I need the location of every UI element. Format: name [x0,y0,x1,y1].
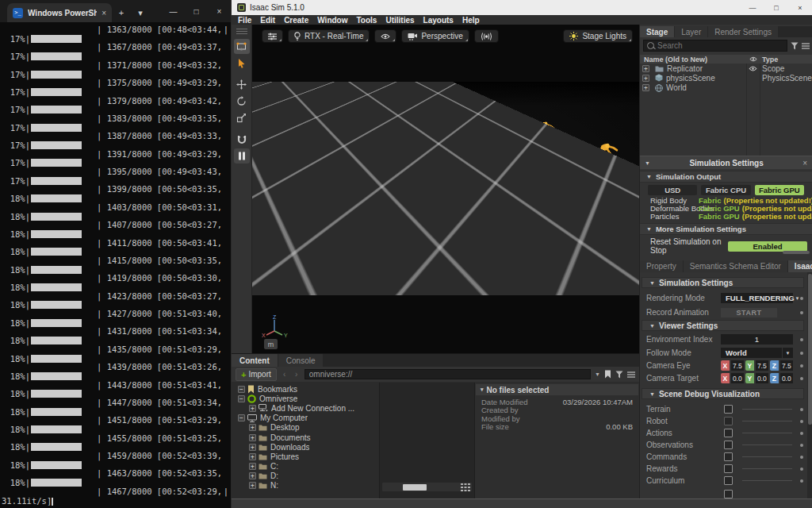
grid-view-icon[interactable] [461,483,470,491]
menu-window[interactable]: Window [317,16,347,25]
record-start-button[interactable]: START [721,308,777,318]
collapse-icon[interactable]: ▼ [645,160,650,166]
expand-icon[interactable]: + [249,444,256,451]
expand-icon[interactable]: − [238,386,245,393]
tree-item-add-new-connection-[interactable]: +Add New Connection ... [232,403,379,413]
camera-eye-x[interactable]: 7.5 [731,360,744,371]
camera-target-x[interactable]: 0.0 [731,373,744,383]
capture-button[interactable] [474,29,499,43]
address-input[interactable] [305,370,590,379]
tree-item-n-[interactable]: +N: [232,481,379,491]
menu-utilities[interactable]: Utilities [385,16,414,25]
menu-file[interactable]: File [238,16,251,25]
menu-layouts[interactable]: Layouts [423,16,454,25]
expand-icon[interactable]: + [249,463,256,470]
tree-item-d-[interactable]: +D: [232,471,379,481]
scale-tool[interactable] [234,110,250,125]
terminal-tab[interactable]: >_ Windows PowerShell × [7,3,112,22]
minimize-button[interactable]: — [741,0,764,15]
simulation-settings-header[interactable]: ▼ Simulation Settings × [640,156,812,169]
filter-icon[interactable] [791,42,799,50]
options-menu-icon[interactable] [802,43,810,49]
default-indicator[interactable] [800,352,803,355]
maximize-button[interactable]: □ [764,0,788,15]
scrollbar-handle[interactable] [403,484,427,491]
expand-icon[interactable]: + [642,75,649,82]
forward-button[interactable]: › [293,370,301,379]
visibility-button[interactable] [374,29,396,43]
environment-index-field[interactable]: 1 [721,334,793,344]
default-indicator[interactable] [800,468,803,471]
menu-edit[interactable]: Edit [260,16,275,25]
tree-item-downloads[interactable]: +Downloads [232,442,379,452]
camera-eye-z[interactable]: 7.5 [780,360,793,371]
tree-item-my-computer[interactable]: −My Computer [232,414,379,423]
terminal-output[interactable]: | 1363/8000 [00:48<03:44,|17%|| 1367/800… [0,22,231,506]
tab-stage[interactable]: Stage [640,26,674,37]
bookmark-icon[interactable] [604,370,611,379]
close-button[interactable]: × [788,0,812,15]
rendering-mode-dropdown[interactable]: FULL_RENDERING ▼ [721,293,793,303]
expand-icon[interactable]: − [238,414,245,421]
default-indicator[interactable] [800,408,803,411]
default-indicator[interactable] [800,364,803,368]
back-button[interactable]: ‹ [281,370,289,379]
tree-item-bookmarks[interactable]: −Bookmarks [232,384,379,394]
chevron-down-icon[interactable]: ▼ [595,371,600,377]
stage-row-world[interactable]: +World [640,83,812,93]
viewport-options-button[interactable] [262,29,283,43]
visibility-toggle[interactable] [746,66,760,71]
more-simulation-settings-section[interactable]: ▼ More Simulation Settings [640,223,812,235]
tab-layer[interactable]: Layer [675,26,707,37]
stage-search-box[interactable] [643,40,787,52]
tree-item-omniverse[interactable]: −Omniverse [232,394,379,403]
debug-checkbox[interactable] [724,429,733,437]
expand-icon[interactable]: + [249,424,256,431]
default-indicator[interactable] [800,479,803,483]
horizontal-scrollbar[interactable] [382,483,472,491]
cursor-tool[interactable] [234,56,250,71]
tree-item-c-[interactable]: +C: [232,462,379,471]
minimize-button[interactable]: — [162,0,185,22]
tree-item-pictures[interactable]: +Pictures [232,452,379,461]
default-indicator[interactable] [800,297,803,300]
expand-icon[interactable]: + [249,453,256,460]
scene-debug-section[interactable]: ▼ Scene Debug Visualization [642,388,804,399]
fabric-button-fabric-cpu[interactable]: Fabric CPU [701,185,750,195]
fabric-button-fabric-gpu[interactable]: Fabric GPU [755,185,804,195]
tab-semantics-schema-editor[interactable]: Semantics Schema Editor [684,260,787,272]
menu-create[interactable]: Create [284,16,308,25]
search-input[interactable] [657,41,783,50]
debug-checkbox[interactable] [724,452,733,461]
scrollbar[interactable] [807,272,812,498]
move-tool[interactable] [234,77,250,92]
camera-target-y[interactable]: 0.0 [756,373,768,383]
viewer-settings-section[interactable]: ▼ Viewer Settings [642,320,804,331]
debug-checkbox[interactable] [724,417,733,425]
viewport-render-area[interactable] [252,82,639,295]
default-indicator[interactable] [800,311,803,314]
snap-tool[interactable] [234,132,250,147]
menu-tools[interactable]: Tools [357,16,377,25]
tree-item-desktop[interactable]: +Desktop [232,423,379,433]
new-tab-button[interactable]: + [112,3,131,22]
maximize-button[interactable]: □ [185,0,208,22]
reset-enabled-button[interactable]: Enabled [728,241,807,252]
debug-checkbox[interactable] [724,476,733,485]
column-name[interactable]: Name (Old to New) [640,56,746,64]
default-indicator[interactable] [800,444,803,447]
default-indicator[interactable] [800,432,803,435]
file-listing[interactable] [380,383,475,498]
import-button[interactable]: + Import [236,368,277,381]
expand-icon[interactable]: − [238,395,245,402]
tab-content[interactable]: Content [232,354,278,367]
pause-button[interactable] [234,148,250,164]
default-indicator[interactable] [800,377,803,380]
expand-icon[interactable]: + [642,65,649,72]
tab-dropdown-icon[interactable]: ▾ [131,3,150,22]
tab-isaaclab[interactable]: IsaacLab [788,260,812,272]
stage-row-replicator[interactable]: +ReplicatorScope [640,64,812,73]
viewport[interactable]: RTX - Real-Time Perspective [252,25,639,353]
simulation-settings-section[interactable]: ▼ Simulation Settings [642,277,804,288]
default-indicator[interactable] [800,338,803,341]
